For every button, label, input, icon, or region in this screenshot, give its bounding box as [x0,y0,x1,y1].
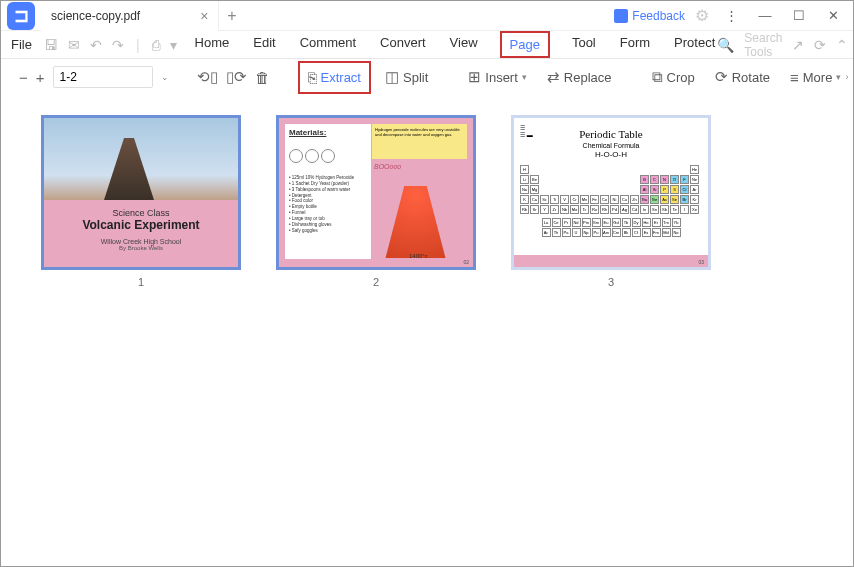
page-toolbar: − + ⌄ ⟲▯ ▯⟳ 🗑 ⎘ Extract ◫ Split ⊞ Insert… [1,59,853,95]
maximize-icon[interactable]: ☐ [787,4,811,28]
more-dropdown-icon[interactable]: ▾ [836,72,841,82]
menu-protect[interactable]: Protect [672,31,717,58]
feedback-label: Feedback [632,9,685,23]
insert-icon: ⊞ [468,68,481,86]
slide1-subtitle: Science Class [44,208,238,218]
document-tab[interactable]: science-copy.pdf × [41,1,219,31]
mail-icon[interactable]: ✉ [68,37,80,53]
close-window-icon[interactable]: ✕ [821,4,845,28]
page-thumbnail-1[interactable]: Science Class Volcanic Experiment Willow… [41,115,241,270]
insert-label: Insert [485,70,518,85]
page-thumbnails-canvas: Science Class Volcanic Experiment Willow… [1,95,853,308]
menu-tool[interactable]: Tool [570,31,598,58]
chemical-formula: H-O-O-H [520,150,702,159]
redo-icon[interactable]: ↷ [112,37,124,53]
slide1-title: Volcanic Experiment [44,218,238,232]
page-range-dropdown-icon[interactable]: ⌄ [161,72,169,82]
menu-home[interactable]: Home [193,31,232,58]
menu-page[interactable]: Page [500,31,550,58]
slide1-school: Willow Creek High School [44,238,238,245]
settings-icon[interactable]: ⚙ [695,6,709,25]
periodic-table-title: Periodic Table [520,128,702,140]
menubar: File 🖫 ✉ ↶ ↷ | ⎙ ▾ Home Edit Comment Con… [1,31,853,59]
dropdown-icon[interactable]: ▾ [170,37,177,53]
extract-button[interactable]: ⎘ Extract [298,61,371,94]
slide-page-number: 02 [463,259,469,265]
slide1-author: By Brooke Wells [44,245,238,251]
more-button[interactable]: ≡ More ▾ › [784,65,854,90]
more-label: More [803,70,833,85]
slide-page-number: 03 [698,259,704,265]
rotate-label: Rotate [732,70,770,85]
periodic-table-grid: HHe LiBeBCNOFNe NaMgAlSiPSClAr KCaScTiVC… [520,165,702,237]
crop-label: Crop [667,70,695,85]
boom-text: BOOooo [374,163,401,170]
page-thumbnail-wrap: ☰☰ ▬ Periodic Table Chemical Formula H-O… [511,115,711,288]
extract-label: Extract [321,70,361,85]
rotate-icon: ⟳ [715,68,728,86]
page-range-input[interactable] [53,66,153,88]
chevron-up-icon[interactable]: ⌃ [836,37,848,53]
add-tab-icon[interactable]: + [227,7,236,25]
sticky-note: Hydrogen peroxide molecules are very uns… [372,124,467,159]
menu-comment[interactable]: Comment [298,31,358,58]
insert-button[interactable]: ⊞ Insert ▾ [462,64,533,90]
overflow-icon[interactable]: › [845,72,848,82]
replace-icon: ⇄ [547,68,560,86]
search-placeholder[interactable]: Search Tools [744,31,782,59]
page-thumbnail-wrap: Materials: • 125ml 10% Hydrogen Peroxide… [276,115,476,288]
page-number: 2 [373,276,379,288]
crop-icon: ⧉ [652,68,663,86]
more-menu-icon[interactable]: ⋮ [719,4,743,28]
save-icon[interactable]: 🖫 [44,37,58,53]
remove-page-icon[interactable]: − [19,69,28,86]
rotate-button[interactable]: ⟳ Rotate [709,64,776,90]
split-button[interactable]: ◫ Split [379,64,434,90]
page-thumbnail-wrap: Science Class Volcanic Experiment Willow… [41,115,241,288]
search-icon[interactable]: 🔍 [717,37,734,53]
delete-page-icon[interactable]: 🗑 [255,69,270,86]
cloud-icon[interactable]: ⟳ [814,37,826,53]
feedback-icon [614,9,628,23]
insert-dropdown-icon[interactable]: ▾ [522,72,527,82]
page-number: 1 [138,276,144,288]
menu-edit[interactable]: Edit [251,31,277,58]
file-menu[interactable]: File [11,37,32,52]
page-number: 3 [608,276,614,288]
menu-view[interactable]: View [448,31,480,58]
titlebar: ⊐ science-copy.pdf × + Feedback ⚙ ⋮ — ☐ … [1,1,853,31]
page-thumbnail-2[interactable]: Materials: • 125ml 10% Hydrogen Peroxide… [276,115,476,270]
volcano-cutaway-illustration [378,168,453,258]
undo-icon[interactable]: ↶ [90,37,102,53]
feedback-button[interactable]: Feedback [614,9,685,23]
materials-list: • 125ml 10% Hydrogen Peroxide • 1 Sachet… [289,175,367,233]
replace-label: Replace [564,70,612,85]
rotate-right-icon[interactable]: ▯⟳ [226,68,247,86]
periodic-table-subtitle: Chemical Formula [520,142,702,149]
share-icon[interactable]: ↗ [792,37,804,53]
menu-form[interactable]: Form [618,31,652,58]
document-tab-title: science-copy.pdf [51,9,140,23]
crop-button[interactable]: ⧉ Crop [646,64,701,90]
add-page-icon[interactable]: + [36,69,45,86]
minimize-icon[interactable]: — [753,4,777,28]
volcano-illustration [104,138,154,200]
menu-convert[interactable]: Convert [378,31,428,58]
extract-icon: ⎘ [308,69,317,86]
replace-button[interactable]: ⇄ Replace [541,64,618,90]
temperature-label: 1400°c [409,253,428,259]
more-icon: ≡ [790,69,799,86]
rotate-left-icon[interactable]: ⟲▯ [197,68,218,86]
app-logo-icon: ⊐ [7,2,35,30]
close-tab-icon[interactable]: × [200,8,208,24]
split-icon: ◫ [385,68,399,86]
materials-heading: Materials: [289,128,367,137]
split-label: Split [403,70,428,85]
page-thumbnail-3[interactable]: ☰☰ ▬ Periodic Table Chemical Formula H-O… [511,115,711,270]
print-icon[interactable]: ⎙ [152,37,160,53]
